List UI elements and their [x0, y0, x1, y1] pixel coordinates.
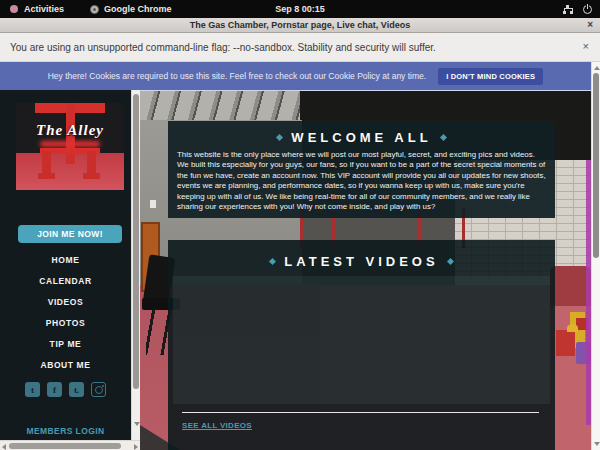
- video-list-area: [173, 276, 550, 404]
- sidebar-item-calendar[interactable]: CALENDAR: [0, 271, 131, 291]
- sidebar: The Alley JOIN ME NOW! HOME CALENDAR VID…: [0, 90, 131, 450]
- welcome-title: WELCOME ALL: [291, 130, 431, 145]
- screen: Activities Google Chrome Sep 8 00:15 The…: [0, 0, 600, 450]
- diamond-icon: [269, 258, 276, 265]
- infobar-message: You are using an unsupported command-lin…: [10, 42, 436, 53]
- scroll-up-arrow-icon[interactable]: [594, 66, 600, 70]
- clock[interactable]: Sep 8 00:15: [0, 4, 600, 14]
- page-vertical-scrollbar[interactable]: [591, 62, 600, 450]
- divider: [182, 412, 539, 413]
- social-links: t f t.: [0, 382, 131, 397]
- join-now-button[interactable]: JOIN ME NOW!: [18, 225, 122, 243]
- scroll-down-arrow-icon[interactable]: [134, 422, 140, 426]
- sidebar-horizontal-scrollbar-thumb[interactable]: [9, 443, 121, 449]
- site-logo[interactable]: The Alley: [16, 103, 124, 190]
- latest-videos-heading: LATEST VIDEOS: [168, 240, 555, 269]
- sidebar-vertical-scrollbar[interactable]: [131, 90, 140, 440]
- window-title-bar[interactable]: The Gas Chamber, Pornstar page, Live cha…: [0, 18, 600, 33]
- sidebar-item-tip-me[interactable]: TIP ME: [0, 334, 131, 354]
- twitter-icon[interactable]: t: [25, 382, 40, 397]
- instagram-icon[interactable]: [91, 382, 106, 397]
- chrome-infobar: You are using an unsupported command-lin…: [0, 33, 600, 62]
- window-title: The Gas Chamber, Pornstar page, Live cha…: [190, 20, 410, 30]
- page-vertical-scrollbar-thumb[interactable]: [593, 73, 599, 258]
- network-icon[interactable]: [563, 5, 573, 14]
- power-icon[interactable]: [583, 5, 592, 14]
- infobar-close-icon[interactable]: ×: [583, 40, 589, 52]
- welcome-section: WELCOME ALL This website is the only pla…: [168, 121, 555, 218]
- see-all-videos-link[interactable]: SEE ALL VIDEOS: [182, 421, 252, 430]
- scroll-right-arrow-icon[interactable]: [134, 444, 138, 450]
- sidebar-item-home[interactable]: HOME: [0, 250, 131, 270]
- facebook-icon[interactable]: f: [47, 382, 62, 397]
- diamond-icon: [276, 134, 283, 141]
- system-top-bar: Activities Google Chrome Sep 8 00:15: [0, 0, 600, 18]
- diamond-icon: [447, 258, 454, 265]
- cookie-accept-button[interactable]: I DON'T MIND COOKIES: [438, 68, 543, 85]
- welcome-heading: WELCOME ALL: [168, 121, 555, 145]
- photo-red-bench: [550, 266, 591, 306]
- scroll-left-arrow-icon[interactable]: [2, 444, 6, 450]
- window-close-icon[interactable]: ×: [587, 19, 593, 30]
- latest-videos-section: LATEST VIDEOS SEE ALL VIDEOS: [168, 240, 555, 450]
- web-page: The Alley JOIN ME NOW! HOME CALENDAR VID…: [0, 90, 600, 450]
- sidebar-item-about-me[interactable]: ABOUT ME: [0, 355, 131, 375]
- diamond-icon: [440, 134, 447, 141]
- logo-title: The Alley: [16, 122, 124, 139]
- sidebar-vertical-scrollbar-thumb[interactable]: [133, 94, 139, 389]
- tumblr-icon[interactable]: t.: [69, 382, 84, 397]
- cookie-message: Hey there! Cookies are required to use t…: [48, 71, 426, 81]
- sidebar-item-photos[interactable]: PHOTOS: [0, 313, 131, 333]
- sidebar-horizontal-scrollbar[interactable]: [0, 440, 140, 450]
- latest-videos-title: LATEST VIDEOS: [284, 254, 438, 269]
- members-login-link[interactable]: MEMBERS LOGIN: [0, 426, 131, 436]
- cookie-bar: Hey there! Cookies are required to use t…: [0, 62, 591, 90]
- scroll-down-arrow-icon[interactable]: [594, 442, 600, 446]
- welcome-text: This website is the only place where we …: [168, 145, 555, 212]
- sidebar-item-videos[interactable]: VIDEOS: [0, 292, 131, 312]
